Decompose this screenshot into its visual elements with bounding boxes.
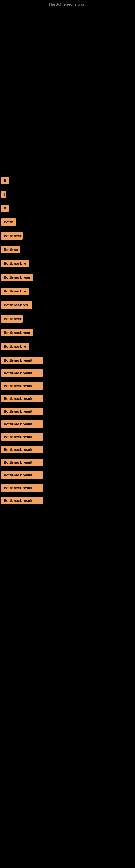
bottleneck-item-1[interactable]: B xyxy=(1,177,9,184)
bottleneck-item-19[interactable]: Bottleneck result xyxy=(1,421,43,428)
bottleneck-item-16[interactable]: Bottleneck result xyxy=(1,382,43,390)
bottleneck-item-4[interactable]: Bottle xyxy=(1,218,16,226)
row-1: B xyxy=(0,174,135,188)
bottleneck-item-22[interactable]: Bottleneck result xyxy=(1,459,43,466)
page-container: TheBottlenecker.com B | B Bottle Bottlen… xyxy=(0,0,135,510)
row-21: Bottleneck result xyxy=(0,443,135,456)
row-9: Bottleneck re xyxy=(0,285,135,299)
bottleneck-item-17[interactable]: Bottleneck result xyxy=(1,395,43,402)
site-title: TheBottlenecker.com xyxy=(0,0,135,9)
bottleneck-item-11[interactable]: Bottleneck xyxy=(1,315,23,322)
bottleneck-item-21[interactable]: Bottleneck result xyxy=(1,446,43,453)
bottleneck-item-10[interactable]: Bottleneck res xyxy=(1,301,32,309)
row-10: Bottleneck res xyxy=(0,299,135,312)
row-3: B xyxy=(0,202,135,216)
bottleneck-item-8[interactable]: Bottleneck resu xyxy=(1,274,34,281)
row-14: Bottleneck result xyxy=(0,354,135,367)
row-23: Bottleneck result xyxy=(0,469,135,482)
results-section: B | B Bottle Bottleneck Bottlene Bottlen… xyxy=(0,172,135,510)
bottleneck-item-3[interactable]: B xyxy=(1,205,9,212)
row-12: Bottleneck resu xyxy=(0,326,135,340)
row-5: Bottleneck xyxy=(0,229,135,243)
row-15: Bottleneck result xyxy=(0,367,135,379)
row-11: Bottleneck xyxy=(0,312,135,326)
row-16: Bottleneck result xyxy=(0,379,135,392)
row-22: Bottleneck result xyxy=(0,456,135,469)
bottleneck-item-6[interactable]: Bottlene xyxy=(1,246,20,253)
row-19: Bottleneck result xyxy=(0,418,135,431)
row-6: Bottlene xyxy=(0,243,135,257)
row-13: Bottleneck re xyxy=(0,340,135,354)
row-2: | xyxy=(0,188,135,202)
bottleneck-item-25[interactable]: Bottleneck result xyxy=(1,497,43,504)
bottleneck-item-12[interactable]: Bottleneck resu xyxy=(1,329,34,336)
row-7: Bottleneck re xyxy=(0,257,135,271)
top-dark-section xyxy=(0,9,135,172)
bottleneck-item-13[interactable]: Bottleneck re xyxy=(1,343,30,350)
bottleneck-item-23[interactable]: Bottleneck result xyxy=(1,471,43,479)
bottleneck-item-5[interactable]: Bottleneck xyxy=(1,232,23,240)
bottleneck-item-2[interactable]: | xyxy=(1,191,6,198)
row-20: Bottleneck result xyxy=(0,431,135,443)
bottleneck-item-14[interactable]: Bottleneck result xyxy=(1,357,43,364)
site-header: TheBottlenecker.com xyxy=(0,0,135,9)
bottleneck-item-24[interactable]: Bottleneck result xyxy=(1,484,43,492)
row-24: Bottleneck result xyxy=(0,482,135,494)
row-4: Bottle xyxy=(0,216,135,229)
bottleneck-item-15[interactable]: Bottleneck result xyxy=(1,369,43,377)
row-8: Bottleneck resu xyxy=(0,271,135,285)
bottleneck-item-7[interactable]: Bottleneck re xyxy=(1,260,30,267)
bottleneck-item-9[interactable]: Bottleneck re xyxy=(1,287,30,295)
row-17: Bottleneck result xyxy=(0,392,135,405)
bottleneck-item-20[interactable]: Bottleneck result xyxy=(1,433,43,440)
row-18: Bottleneck result xyxy=(0,405,135,418)
row-25: Bottleneck result xyxy=(0,494,135,507)
bottleneck-item-18[interactable]: Bottleneck result xyxy=(1,408,43,415)
